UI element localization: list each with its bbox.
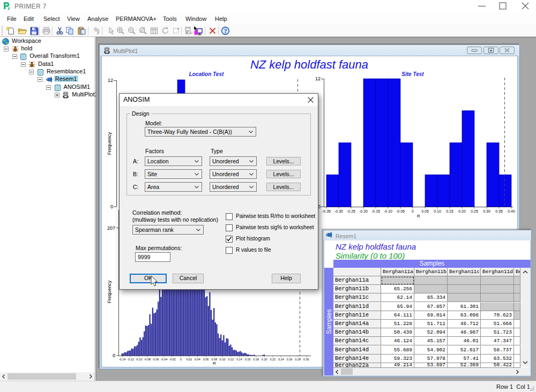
svg-text:-0.06: -0.06 <box>152 358 159 361</box>
svg-text:-0.30: -0.30 <box>334 209 343 213</box>
svg-text:0.25: 0.25 <box>471 209 478 213</box>
svg-text:0.10: 0.10 <box>220 358 226 361</box>
svg-text:0.05: 0.05 <box>421 209 429 213</box>
svg-text:12: 12 <box>315 76 321 81</box>
svg-text:0.08: 0.08 <box>211 358 217 361</box>
svg-text:0.30: 0.30 <box>483 209 490 213</box>
svg-text:0.24: 0.24 <box>278 358 284 361</box>
svg-text:Site Test: Site Test <box>401 71 424 77</box>
svg-text:-0.25: -0.25 <box>347 209 355 213</box>
svg-text:0.12: 0.12 <box>228 358 234 361</box>
svg-text:0.16: 0.16 <box>245 358 251 361</box>
svg-text:-0.10: -0.10 <box>136 358 143 361</box>
svg-text:0: 0 <box>110 204 113 209</box>
svg-text:-0.20: -0.20 <box>359 209 368 213</box>
svg-text:-0.14: -0.14 <box>119 358 126 361</box>
svg-text:-0.15: -0.15 <box>371 209 380 213</box>
svg-text:0: 0 <box>412 209 414 213</box>
svg-text:207: 207 <box>107 225 115 231</box>
svg-text:0.02: 0.02 <box>186 358 192 361</box>
svg-text:0.30: 0.30 <box>303 358 309 361</box>
svg-text:-0.04: -0.04 <box>161 358 168 361</box>
svg-text:-0.08: -0.08 <box>144 358 151 361</box>
svg-text:12: 12 <box>108 78 113 83</box>
svg-text:-0.10: -0.10 <box>384 209 392 213</box>
svg-text:Frequency: Frequency <box>107 280 112 303</box>
svg-text:?: ? <box>224 28 227 34</box>
svg-text:-0.35: -0.35 <box>322 209 331 213</box>
svg-text:0.20: 0.20 <box>262 358 267 361</box>
svg-text:0.26: 0.26 <box>287 358 293 361</box>
svg-text:R: R <box>185 29 190 35</box>
svg-text:Location Test: Location Test <box>189 71 224 77</box>
svg-text:0: 0 <box>180 358 182 361</box>
svg-text:Frequency: Frequency <box>107 132 112 155</box>
svg-text:0.04: 0.04 <box>195 358 200 361</box>
svg-text:0.28: 0.28 <box>295 358 301 361</box>
svg-text:0.14: 0.14 <box>236 358 242 361</box>
svg-text:0.10: 0.10 <box>434 209 441 213</box>
svg-text:0.40: 0.40 <box>508 209 515 213</box>
svg-text:0: 0 <box>113 353 115 358</box>
svg-text:0.18: 0.18 <box>253 358 259 361</box>
svg-text:0.06: 0.06 <box>203 358 209 361</box>
svg-text:-0.02: -0.02 <box>169 358 176 361</box>
svg-text:0.15: 0.15 <box>446 209 453 213</box>
svg-text:-0.12: -0.12 <box>127 358 134 361</box>
svg-text:R: R <box>213 361 216 366</box>
svg-text:0.22: 0.22 <box>270 358 276 361</box>
svg-text:0.35: 0.35 <box>495 209 503 213</box>
svg-text:-0.05: -0.05 <box>396 209 405 213</box>
svg-text:R: R <box>417 214 420 218</box>
svg-text:0.20: 0.20 <box>458 209 466 213</box>
svg-text:NZ kelp holdfast fauna: NZ kelp holdfast fauna <box>250 58 368 71</box>
